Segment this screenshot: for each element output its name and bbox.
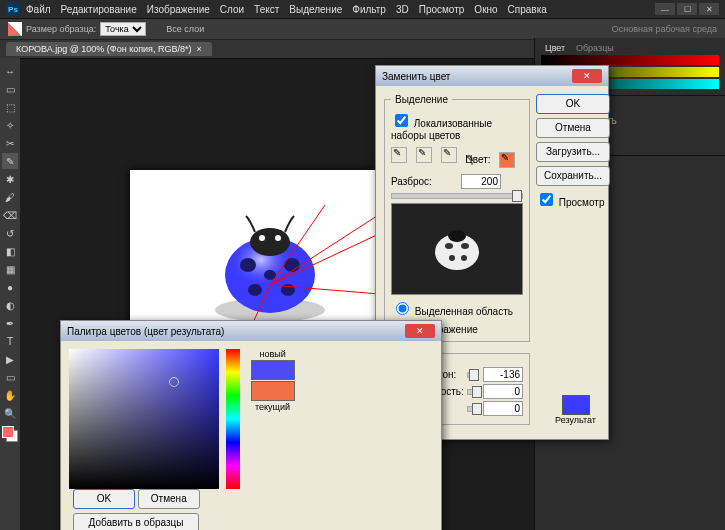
svg-point-20 bbox=[461, 255, 467, 261]
hand-tool[interactable]: ✋ bbox=[2, 387, 18, 403]
wand-tool[interactable]: ✧ bbox=[2, 117, 18, 133]
type-tool[interactable]: T bbox=[2, 333, 18, 349]
cancel-button[interactable]: Отмена bbox=[536, 118, 610, 138]
svg-point-3 bbox=[240, 258, 256, 272]
fuzziness-field[interactable] bbox=[461, 174, 501, 189]
svg-point-17 bbox=[445, 243, 453, 249]
selection-preview bbox=[391, 203, 523, 295]
sat-slider[interactable] bbox=[467, 389, 477, 395]
source-color-swatch[interactable] bbox=[499, 152, 515, 168]
menu-edit[interactable]: Редактирование bbox=[61, 4, 137, 15]
ok-button[interactable]: OK bbox=[536, 94, 610, 114]
svg-point-21 bbox=[448, 230, 466, 242]
save-button[interactable]: Сохранить... bbox=[536, 166, 610, 186]
tool-panel: ↔ ▭ ⬚ ✧ ✂ ✎ ✱ 🖌 ⌫ ↺ ◧ ▦ ● ◐ ✒ T ▶ ▭ ✋ 🔍 bbox=[0, 58, 20, 530]
current-color[interactable] bbox=[251, 381, 295, 401]
lig-field[interactable] bbox=[483, 401, 523, 416]
svg-point-4 bbox=[284, 258, 300, 272]
menu-select[interactable]: Выделение bbox=[289, 4, 342, 15]
app-logo: Ps bbox=[6, 2, 20, 16]
sampled-color[interactable] bbox=[8, 22, 22, 36]
load-button[interactable]: Загрузить... bbox=[536, 142, 610, 162]
color-swatches[interactable] bbox=[2, 426, 18, 442]
hue-field[interactable] bbox=[483, 367, 523, 382]
eraser-tool[interactable]: ◧ bbox=[2, 243, 18, 259]
marquee-tool[interactable]: ▭ bbox=[2, 81, 18, 97]
svg-point-10 bbox=[275, 235, 281, 241]
svg-point-18 bbox=[461, 243, 469, 249]
minimize-icon[interactable]: — bbox=[655, 3, 675, 15]
sat-field[interactable] bbox=[483, 384, 523, 399]
workspace[interactable]: Основная рабочая среда bbox=[612, 24, 717, 34]
swatches-tab[interactable]: Образцы bbox=[572, 41, 618, 55]
close-icon[interactable]: ✕ bbox=[699, 3, 719, 15]
lasso-tool[interactable]: ⬚ bbox=[2, 99, 18, 115]
svg-point-5 bbox=[248, 284, 262, 296]
menu-view[interactable]: Просмотр bbox=[419, 4, 465, 15]
menu-help[interactable]: Справка bbox=[508, 4, 547, 15]
picker-title: Палитра цветов (цвет результата) bbox=[67, 326, 224, 337]
svg-point-6 bbox=[281, 284, 295, 296]
heal-tool[interactable]: ✱ bbox=[2, 171, 18, 187]
sample-layers: Все слои bbox=[166, 24, 204, 34]
path-tool[interactable]: ▶ bbox=[2, 351, 18, 367]
fuzziness-slider[interactable] bbox=[391, 193, 523, 199]
svg-point-19 bbox=[449, 255, 455, 261]
svg-point-7 bbox=[264, 270, 276, 280]
shape-tool[interactable]: ▭ bbox=[2, 369, 18, 385]
menubar: Ps Файл Редактирование Изображение Слои … bbox=[0, 0, 725, 19]
dialog-titlebar[interactable]: Заменить цвет ✕ bbox=[376, 66, 608, 86]
dialog-title: Заменить цвет bbox=[382, 71, 450, 82]
maximize-icon[interactable]: ☐ bbox=[677, 3, 697, 15]
menu-filter[interactable]: Фильтр bbox=[352, 4, 386, 15]
preview-check[interactable] bbox=[540, 193, 553, 206]
sample-size-label: Размер образца: bbox=[26, 24, 96, 34]
options-bar: Размер образца: Точка Все слои Основная … bbox=[0, 19, 725, 40]
history-brush-tool[interactable]: ↺ bbox=[2, 225, 18, 241]
blur-tool[interactable]: ● bbox=[2, 279, 18, 295]
gradient-tool[interactable]: ▦ bbox=[2, 261, 18, 277]
hue-slider[interactable] bbox=[467, 372, 477, 378]
color-spectrum[interactable] bbox=[69, 349, 219, 489]
picker-cancel[interactable]: Отмена bbox=[138, 489, 200, 509]
clone-tool[interactable]: ⌫ bbox=[2, 207, 18, 223]
crop-tool[interactable]: ✂ bbox=[2, 135, 18, 151]
dialog-close-icon[interactable]: ✕ bbox=[572, 69, 602, 83]
color-picker-dialog: Палитра цветов (цвет результата) ✕ новый… bbox=[60, 320, 442, 530]
eyedropper-tool[interactable]: ✎ bbox=[2, 153, 18, 169]
lig-slider[interactable] bbox=[467, 406, 477, 412]
menu-window[interactable]: Окно bbox=[474, 4, 497, 15]
menu-3d[interactable]: 3D bbox=[396, 4, 409, 15]
zoom-tool[interactable]: 🔍 bbox=[2, 405, 18, 421]
picker-ok[interactable]: OK bbox=[73, 489, 135, 509]
document-tab[interactable]: КОРОВА.jpg @ 100% (Фон копия, RGB/8*) × bbox=[6, 42, 212, 56]
ladybug-image bbox=[200, 210, 340, 330]
svg-point-8 bbox=[250, 228, 290, 256]
svg-point-9 bbox=[259, 235, 265, 241]
picker-close-icon[interactable]: ✕ bbox=[405, 324, 435, 338]
add-swatch[interactable]: Добавить в образцы bbox=[73, 513, 199, 530]
move-tool[interactable]: ↔ bbox=[2, 63, 18, 79]
brush-tool[interactable]: 🖌 bbox=[2, 189, 18, 205]
new-color[interactable] bbox=[251, 360, 295, 380]
picker-titlebar[interactable]: Палитра цветов (цвет результата) ✕ bbox=[61, 321, 441, 341]
localized-check[interactable] bbox=[395, 114, 408, 127]
menu-image[interactable]: Изображение bbox=[147, 4, 210, 15]
menu-text[interactable]: Текст bbox=[254, 4, 279, 15]
sample-size-select[interactable]: Точка bbox=[100, 22, 146, 36]
menu-layer[interactable]: Слои bbox=[220, 4, 244, 15]
selection-group: Выделение Локализованные наборы цветов Ц… bbox=[384, 94, 530, 342]
eyedropper-add-icon[interactable] bbox=[416, 147, 432, 163]
sel-radio[interactable] bbox=[396, 302, 409, 315]
hue-strip[interactable] bbox=[226, 349, 240, 489]
eyedropper-sub-icon[interactable] bbox=[441, 147, 457, 163]
eyedropper-icon[interactable] bbox=[391, 147, 407, 163]
menu-file[interactable]: Файл bbox=[26, 4, 51, 15]
result-color-swatch[interactable] bbox=[562, 395, 590, 415]
color-tab[interactable]: Цвет bbox=[541, 41, 569, 55]
dodge-tool[interactable]: ◐ bbox=[2, 297, 18, 313]
pen-tool[interactable]: ✒ bbox=[2, 315, 18, 331]
